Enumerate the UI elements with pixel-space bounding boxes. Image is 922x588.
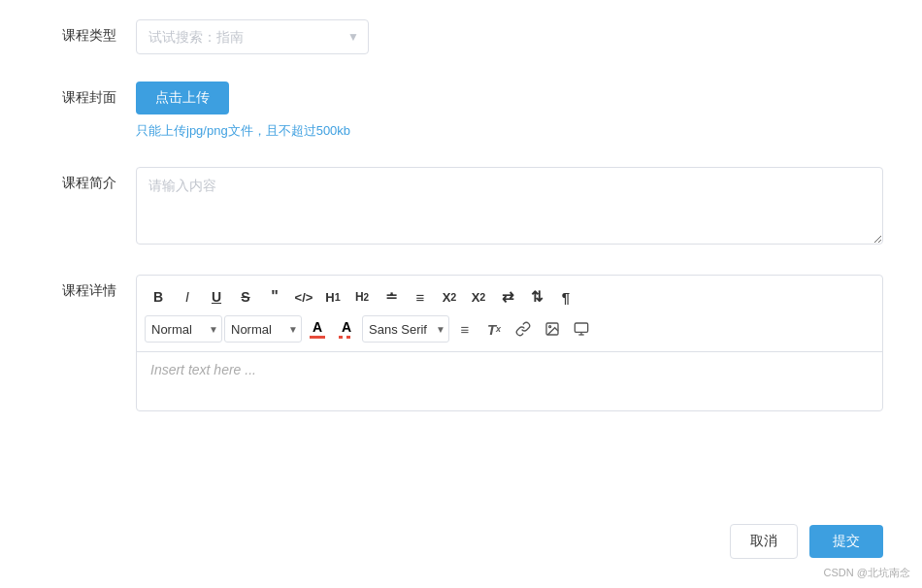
svg-point-1 bbox=[549, 326, 551, 328]
cover-label: 课程封面 bbox=[39, 82, 116, 107]
footer-actions: 取消 提交 bbox=[730, 524, 883, 559]
h2-button[interactable]: H2 bbox=[348, 284, 376, 310]
type-label: 课程类型 bbox=[39, 19, 116, 45]
toolbar-row-2: Normal Heading 1 Heading 2 ▼ Normal Larg… bbox=[145, 312, 874, 345]
superscript-button[interactable]: X2 bbox=[465, 284, 492, 310]
type-select[interactable]: 试试搜索：指南 bbox=[136, 19, 369, 54]
align-button[interactable]: ≡ bbox=[451, 316, 478, 342]
h1-button[interactable]: H1 bbox=[319, 284, 346, 310]
font-select-wrapper[interactable]: Sans Serif Serif Monospace ▼ bbox=[362, 315, 449, 343]
video-button[interactable] bbox=[568, 316, 595, 342]
underline-button[interactable]: U bbox=[203, 284, 230, 310]
link-button[interactable] bbox=[510, 316, 537, 342]
format-select-2-wrapper[interactable]: Normal Large Small ▼ bbox=[224, 315, 302, 343]
format-select-1-wrapper[interactable]: Normal Heading 1 Heading 2 ▼ bbox=[145, 315, 222, 343]
svg-rect-2 bbox=[575, 323, 587, 332]
clear-format-button[interactable]: Tx bbox=[480, 316, 508, 342]
ordered-list-button[interactable]: ≐ bbox=[378, 284, 405, 310]
toolbar-row-1: B I U S " </> H1 H2 ≐ ≡ X2 X2 ⇄ ⇅ bbox=[145, 281, 874, 312]
summary-textarea[interactable] bbox=[136, 167, 883, 245]
type-select-wrapper[interactable]: 试试搜索：指南 ▼ bbox=[136, 19, 369, 54]
editor-body[interactable]: Insert text here ... bbox=[137, 352, 882, 410]
subscript-button[interactable]: X2 bbox=[436, 284, 463, 310]
detail-label: 课程详情 bbox=[39, 275, 116, 300]
submit-button[interactable]: 提交 bbox=[809, 525, 883, 558]
watermark: CSDN @北坑南念 bbox=[824, 566, 910, 580]
editor-toolbar: B I U S " </> H1 H2 ≐ ≡ X2 X2 ⇄ ⇅ bbox=[137, 276, 882, 352]
format-select-1[interactable]: Normal Heading 1 Heading 2 bbox=[145, 315, 222, 343]
rtl-button[interactable]: ¶ bbox=[552, 284, 579, 310]
indent-button[interactable]: ⇄ bbox=[494, 284, 521, 310]
format-select-2[interactable]: Normal Large Small bbox=[224, 315, 302, 343]
code-button[interactable]: </> bbox=[290, 284, 317, 310]
bold-button[interactable]: B bbox=[145, 284, 172, 310]
font-select[interactable]: Sans Serif Serif Monospace bbox=[362, 315, 449, 343]
outdent-button[interactable]: ⇅ bbox=[523, 284, 550, 310]
upload-hint: 只能上传jpg/png文件，且不超过500kb bbox=[136, 122, 883, 140]
strikethrough-button[interactable]: S bbox=[232, 284, 259, 310]
upload-button[interactable]: 点击上传 bbox=[136, 82, 229, 114]
font-bg-color-button[interactable]: A bbox=[333, 316, 360, 342]
font-color-button[interactable]: A bbox=[304, 316, 331, 342]
italic-button[interactable]: I bbox=[174, 284, 201, 310]
rich-editor: B I U S " </> H1 H2 ≐ ≡ X2 X2 ⇄ ⇅ bbox=[136, 275, 883, 411]
image-button[interactable] bbox=[539, 316, 566, 342]
unordered-list-button[interactable]: ≡ bbox=[407, 284, 434, 310]
cancel-button[interactable]: 取消 bbox=[730, 524, 798, 559]
summary-label: 课程简介 bbox=[39, 167, 116, 192]
blockquote-button[interactable]: " bbox=[261, 284, 288, 310]
